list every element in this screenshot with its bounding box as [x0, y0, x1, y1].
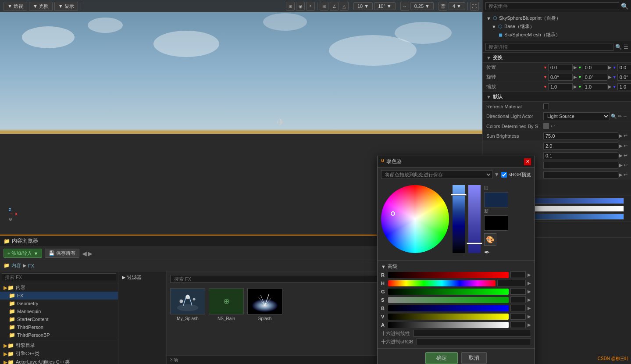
- colors-extra-icon[interactable]: ↩: [551, 123, 555, 129]
- sidebar-item-thirdpersonbp[interactable]: 📁 ThirdPersonBP: [0, 331, 118, 339]
- cp-eyedropper2-btn[interactable]: ✒: [484, 248, 508, 257]
- cp-a-input[interactable]: 1.0: [510, 321, 526, 328]
- quality-btn[interactable]: 4 ▼: [449, 2, 465, 10]
- path-fx[interactable]: FX: [28, 263, 34, 268]
- grid-icon[interactable]: ⊞: [320, 2, 328, 11]
- scale-y-input[interactable]: [583, 83, 607, 90]
- cp-ok-btn[interactable]: 确定: [425, 352, 458, 364]
- maximize-icon[interactable]: ⛶: [470, 2, 479, 11]
- cp-h-track[interactable]: [388, 280, 496, 286]
- angle-btn[interactable]: 10° ▼: [374, 2, 396, 10]
- cp-color-wheel[interactable]: [381, 185, 449, 253]
- asset-splash[interactable]: Splash: [247, 288, 282, 321]
- sidebar-item-geometry[interactable]: 📁 Geometry: [0, 300, 118, 307]
- cp-b-input[interactable]: 0.0: [510, 305, 526, 311]
- sidebar-item-starter[interactable]: 📁 StarterContent: [0, 315, 118, 323]
- cp-v-input[interactable]: 0.0: [510, 313, 526, 320]
- cp-g-track[interactable]: [388, 289, 509, 295]
- cp-r-input[interactable]: 0.0: [510, 271, 526, 278]
- colors-checkbox[interactable]: [543, 123, 549, 129]
- sidebar-item-actor-layer[interactable]: ▶📁 ActorLayerUtilities C++类: [0, 358, 118, 364]
- pos-z-input[interactable]: [617, 64, 631, 71]
- cp-a-track[interactable]: [388, 322, 509, 328]
- sb-reset[interactable]: ↩: [624, 133, 627, 139]
- film-icon[interactable]: 🎬: [438, 2, 447, 11]
- cp-v-arrow[interactable]: ▶: [528, 314, 531, 319]
- angle-icon[interactable]: ∠: [330, 2, 339, 11]
- save-all-btn[interactable]: 💾 保存所有: [45, 249, 79, 258]
- nav-path-content[interactable]: 内容: [11, 262, 21, 269]
- orbit-icon[interactable]: ◉: [296, 2, 305, 11]
- scale-btn[interactable]: 0.25 ▼: [410, 2, 434, 10]
- dl-search-icon[interactable]: 🔍: [611, 114, 617, 119]
- cp-v-track[interactable]: [388, 314, 509, 320]
- dl-arrow-icon[interactable]: →: [623, 114, 627, 119]
- cp-b-arrow[interactable]: ▶: [528, 306, 531, 310]
- cp-s-arrow[interactable]: ▶: [528, 297, 531, 302]
- snap-icon[interactable]: ⊞: [286, 2, 295, 11]
- sidebar-item-fx[interactable]: 📁 FX: [0, 292, 118, 300]
- sidebar-item-thirdperson[interactable]: 📁 ThirdPerson: [0, 323, 118, 331]
- directional-light-select[interactable]: Light Source: [543, 112, 610, 120]
- slider2-input[interactable]: 3.0: [543, 171, 618, 178]
- tree-item-skysphere[interactable]: ▼ ⬡ SkySphereBlueprint（自身）: [483, 14, 631, 22]
- cp-srgb-checkbox[interactable]: [501, 172, 507, 178]
- scale-z-input[interactable]: [617, 83, 631, 90]
- cp-h-input[interactable]: 222.709366: [497, 280, 526, 286]
- cp-eyedropper-btn[interactable]: 🎨: [484, 233, 496, 246]
- cp-g-input[interactable]: 0.0: [510, 288, 526, 295]
- refresh-material-checkbox[interactable]: [543, 103, 549, 109]
- rot-y-input[interactable]: [583, 74, 607, 81]
- lighting-btn[interactable]: ▼ 光照: [29, 2, 53, 11]
- cp-hex-srgb-input[interactable]: 000000FF: [417, 338, 531, 345]
- sl2-reset[interactable]: ↩: [624, 172, 627, 178]
- rot-z-input[interactable]: [617, 74, 631, 81]
- slider1-input[interactable]: 0.736771: [543, 162, 618, 169]
- cp-s-input[interactable]: 0.88459: [510, 296, 526, 303]
- cp-old-swatch[interactable]: [484, 192, 508, 207]
- cp-g-arrow[interactable]: ▶: [528, 289, 531, 294]
- triangle-icon[interactable]: △: [340, 2, 349, 11]
- perspective-btn[interactable]: ▼ 透视: [4, 2, 27, 11]
- cp-s-track[interactable]: [388, 297, 509, 303]
- transform-section-header[interactable]: ▼ 变换: [483, 53, 631, 63]
- cp-close-btn[interactable]: ✕: [524, 158, 531, 165]
- sidebar-item-content[interactable]: ▶📁 内容: [0, 283, 118, 292]
- back-btn[interactable]: ◀: [82, 250, 87, 257]
- sidebar-item-mannequin[interactable]: 📁 Mannequin: [0, 307, 118, 315]
- move-icon[interactable]: ↔: [400, 2, 409, 11]
- pos-y-input[interactable]: [583, 64, 607, 71]
- grid-size-btn[interactable]: 10 ▼: [353, 2, 373, 10]
- tree-item-base[interactable]: ▼ ⬡ Base（继承）: [483, 22, 631, 31]
- cp-brightness-slider[interactable]: [468, 185, 481, 253]
- nav-path-fx[interactable]: FX: [28, 263, 34, 268]
- list-view-icon[interactable]: ☰: [624, 44, 628, 50]
- cp-cancel-btn[interactable]: 取消: [461, 352, 487, 364]
- rot-x-input[interactable]: [548, 74, 573, 81]
- dl-edit-icon[interactable]: ✏: [618, 114, 622, 119]
- pos-x-input[interactable]: [548, 64, 573, 71]
- cp-r-arrow[interactable]: ▶: [528, 272, 531, 277]
- cp-a-arrow[interactable]: ▶: [528, 322, 531, 327]
- v2-reset[interactable]: ↩: [624, 153, 627, 158]
- asset-my-splash[interactable]: My_Splash: [170, 288, 205, 321]
- display-btn[interactable]: ▼ 显示: [54, 2, 78, 11]
- val2-input[interactable]: [543, 152, 618, 159]
- cp-h-arrow[interactable]: ▶: [528, 281, 531, 285]
- cp-color-preset-select[interactable]: 将颜色拖放到此处进行保存: [381, 170, 492, 179]
- cp-b-track[interactable]: [388, 305, 509, 311]
- sidebar-search-input[interactable]: [2, 273, 116, 281]
- v1-reset[interactable]: ↩: [624, 143, 627, 149]
- cp-r-track[interactable]: [388, 272, 509, 278]
- sun-brightness-input[interactable]: [543, 132, 618, 139]
- camera-icon[interactable]: ⌖: [306, 2, 315, 11]
- sidebar-item-engine[interactable]: ▶📁 引擎目录: [0, 341, 118, 350]
- val1-input[interactable]: [543, 143, 618, 150]
- asset-ns-rain[interactable]: ⊕ NS_Rain: [209, 288, 244, 321]
- detail-search-input[interactable]: [485, 43, 613, 51]
- scale-x-input[interactable]: [548, 83, 573, 90]
- sidebar-item-engine-cpp[interactable]: ▶📁 引擎C++类: [0, 350, 118, 358]
- default-section-header[interactable]: ▼ 默认: [483, 92, 631, 102]
- cp-hex-input[interactable]: 000000FF: [414, 330, 531, 337]
- tree-item-skyspheremesh[interactable]: ◼ SkySphereM esh（继承）: [483, 31, 631, 39]
